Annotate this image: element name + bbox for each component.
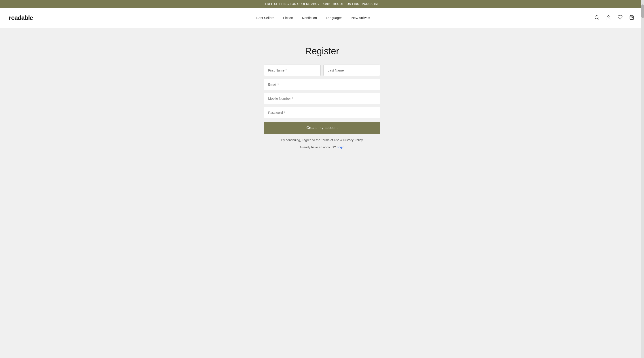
login-prompt: Already have an account? Login <box>264 145 380 149</box>
search-icon <box>594 15 599 20</box>
heart-icon <box>618 15 622 20</box>
account-button[interactable] <box>605 14 612 21</box>
announcement-banner: FREE SHIPPING FOR ORDERS ABOVE ₹499 . 10… <box>0 0 644 8</box>
wishlist-button[interactable] <box>617 14 624 21</box>
scrollbar-thumb[interactable] <box>641 4 644 18</box>
first-name-group <box>264 65 321 76</box>
password-input[interactable] <box>264 107 380 118</box>
name-row <box>264 65 380 76</box>
register-form: Create my account By continuing, I agree… <box>264 65 380 149</box>
create-account-button[interactable]: Create my account <box>264 122 380 134</box>
main-content: Register Create my account By continuin <box>0 28 644 171</box>
svg-line-1 <box>598 18 598 19</box>
cart-icon <box>629 15 634 20</box>
mobile-group <box>264 93 380 104</box>
scrollbar[interactable] <box>641 0 644 358</box>
mobile-input[interactable] <box>264 93 380 104</box>
email-group <box>264 79 380 90</box>
terms-text: By continuing, I agree to the Terms of U… <box>264 138 380 142</box>
main-nav: Best Sellers Fiction Nonfiction Language… <box>256 16 370 20</box>
account-icon <box>606 15 611 20</box>
search-button[interactable] <box>594 14 600 21</box>
svg-point-2 <box>608 16 609 17</box>
nav-item-best-sellers[interactable]: Best Sellers <box>256 16 274 20</box>
announcement-text: FREE SHIPPING FOR ORDERS ABOVE ₹499 . 10… <box>265 2 379 5</box>
nav-item-new-arrivals[interactable]: New Arrivals <box>352 16 370 20</box>
nav-item-nonfiction[interactable]: Nonfiction <box>302 16 317 20</box>
nav-item-languages[interactable]: Languages <box>326 16 342 20</box>
header: readable Best Sellers Fiction Nonfiction… <box>0 8 644 28</box>
password-group <box>264 107 380 118</box>
login-link[interactable]: Login <box>337 145 344 149</box>
nav-list: Best Sellers Fiction Nonfiction Language… <box>256 16 370 20</box>
email-input[interactable] <box>264 79 380 90</box>
first-name-input[interactable] <box>264 65 321 76</box>
last-name-group <box>323 65 380 76</box>
logo[interactable]: readable <box>9 14 33 21</box>
header-icons <box>594 14 635 21</box>
nav-item-fiction[interactable]: Fiction <box>283 16 293 20</box>
page-title: Register <box>305 46 339 56</box>
last-name-input[interactable] <box>323 65 380 76</box>
cart-button[interactable] <box>628 14 635 21</box>
